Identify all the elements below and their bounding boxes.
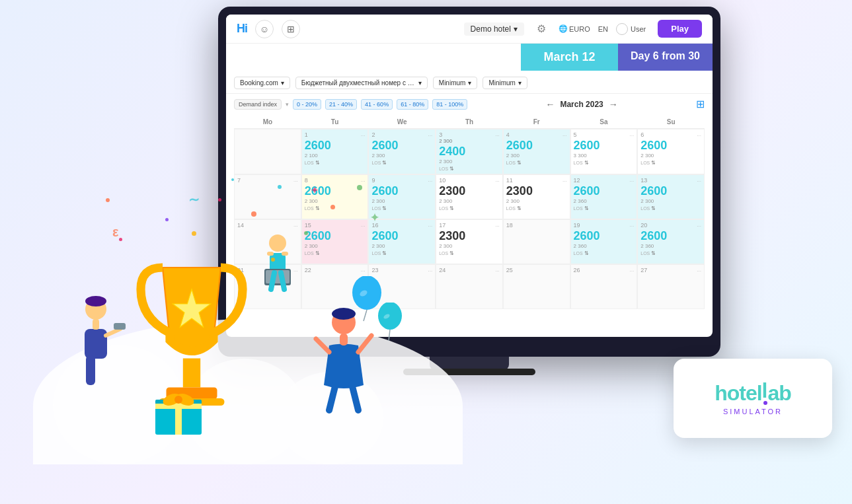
play-button[interactable]: Play [658, 20, 702, 38]
range-81-100[interactable]: 81 - 100% [432, 99, 467, 110]
day-header-sa: Sa [570, 116, 638, 128]
smiley-icon[interactable]: ☺ [255, 20, 274, 38]
source-filter[interactable]: Booking.com ▾ [234, 77, 290, 89]
calendar-header: Mo Tu We Th Fr Sa Su [234, 116, 705, 129]
confetti-dot [251, 211, 256, 217]
confetti-dot [357, 185, 362, 190]
svg-rect-1 [183, 359, 200, 388]
svg-line-8 [106, 329, 120, 336]
hotellab-card: hotel l ab SIMULATOR [674, 359, 832, 438]
person-left-illustration [66, 293, 126, 398]
next-month-arrow[interactable]: → [609, 99, 618, 110]
sitting-person-illustration [251, 233, 304, 299]
language-selector[interactable]: EN [598, 25, 608, 33]
table-row[interactable]: 19 ... 2600 2 360 LOS⇅ [570, 219, 638, 264]
table-row[interactable]: 2 ... 2600 2 300 LOS⇅ [368, 129, 436, 174]
svg-line-13 [316, 339, 329, 352]
grid-layout-icon[interactable]: ⊞ [696, 98, 705, 110]
table-row[interactable]: 3 ... 2 300 2400 2 300 LOS⇅ [436, 129, 503, 174]
settings-icon[interactable]: ⊞ [282, 20, 300, 38]
svg-rect-20 [267, 252, 274, 256]
day-header-mo: Mo [234, 116, 301, 128]
confetti-dot [330, 205, 335, 209]
svg-line-37 [389, 330, 390, 341]
filter-bar: Booking.com ▾ Бюджетный двухместный номе… [226, 73, 713, 94]
table-row[interactable]: 6 ... 2600 2 300 LOS⇅ [637, 129, 705, 174]
table-row[interactable]: 4 ... 2600 2 300 LOS⇅ [503, 129, 570, 174]
svg-rect-23 [266, 270, 290, 283]
svg-rect-6 [85, 329, 107, 359]
hotellab-simulator-text: SIMULATOR [723, 408, 783, 415]
table-row[interactable]: 16 ... 2600 2 300 LOS⇅ [368, 219, 436, 264]
confetti-dot [278, 185, 282, 189]
table-row: 26... [570, 264, 638, 309]
table-row[interactable]: 8 ... 2600 2 300 LOS⇅ [301, 174, 369, 219]
confetti-dot [119, 238, 122, 241]
day-progress: Day 6 from 30 [618, 44, 713, 71]
table-row[interactable]: 15 ... 2600 2 300 LOS⇅ [301, 219, 369, 264]
svg-rect-10 [93, 319, 99, 330]
user-menu[interactable]: User [616, 23, 646, 35]
demo-hotel-selector[interactable]: Demo hotel ▾ [464, 22, 524, 36]
day-header-th: Th [436, 116, 503, 128]
svg-rect-7 [86, 355, 95, 385]
prev-month-arrow[interactable]: ← [545, 99, 555, 110]
svg-rect-17 [340, 334, 348, 345]
hotellab-logo: hotel l ab [715, 381, 791, 406]
currency-selector[interactable]: 🌐EURO [559, 24, 590, 33]
month-nav: ← March 2023 → [545, 99, 617, 110]
gear-icon[interactable]: ⚙ [532, 20, 551, 38]
table-row[interactable]: 20 ... 2600 2 360 LOS⇅ [637, 219, 705, 264]
demand-index-btn[interactable]: Demand index [234, 99, 282, 110]
table-row[interactable]: 13 ... 2600 2 300 LOS⇅ [637, 174, 705, 219]
svg-rect-9 [114, 323, 126, 330]
range-61-80[interactable]: 61 - 80% [397, 99, 428, 110]
room-type-filter[interactable]: Бюджетный двухместный номер с 1кроватью(… [295, 77, 428, 89]
chevron-down-icon: ▾ [468, 79, 471, 87]
svg-point-5 [85, 296, 106, 306]
range-41-60[interactable]: 41 - 60% [361, 99, 393, 110]
table-row[interactable]: 17 ... 2300 2 300 LOS⇅ [436, 219, 503, 264]
confetti-dot [218, 198, 221, 201]
monitor-frame: Hi ☺ ⊞ Demo hotel ▾ ⚙ 🌐EURO EN User Play… [218, 7, 720, 357]
day-header-su: Su [637, 116, 705, 128]
day-header-fr: Fr [503, 116, 570, 128]
svg-point-36 [378, 303, 402, 330]
table-row[interactable]: 12 ... 2600 2 360 LOS⇅ [570, 174, 638, 219]
svg-rect-21 [282, 252, 288, 256]
hotellab-dot-icon [763, 401, 767, 405]
gift-box-illustration [152, 385, 205, 438]
rate-plan-filter[interactable]: Minimum ▾ [433, 77, 478, 89]
chevron-down-icon: ▾ [514, 24, 518, 34]
confetti-dot [304, 231, 308, 235]
svg-line-24 [271, 273, 274, 289]
table-row[interactable]: 11 ... 2300 2 300 LOS⇅ [503, 174, 570, 219]
svg-rect-29 [155, 404, 202, 409]
calendar-body: 1 ... 2600 2 100 LOS⇅ 2 ... 2600 2 300 L… [234, 129, 705, 309]
chevron-down-icon: ▾ [281, 79, 284, 87]
user-avatar [616, 23, 628, 35]
demand-controls: Demand index ▾ 0 - 20% 21 - 40% 41 - 60%… [234, 98, 705, 110]
svg-line-25 [281, 273, 284, 289]
app-header: Hi ☺ ⊞ Demo hotel ▾ ⚙ 🌐EURO EN User Play [226, 15, 713, 44]
confetti-dot [165, 218, 169, 221]
range-0-20[interactable]: 0 - 20% [293, 99, 321, 110]
svg-point-32 [174, 396, 182, 404]
squiggle-decoration: ε [112, 225, 119, 240]
chevron-down-icon: ▾ [418, 79, 422, 87]
chevron-down-icon: ▾ [518, 79, 522, 87]
svg-line-14 [358, 336, 371, 352]
table-row[interactable]: 1 ... 2600 2 100 LOS⇅ [301, 129, 369, 174]
table-row[interactable]: 10 ... 2300 2 300 LOS⇅ [436, 174, 503, 219]
app-logo: Hi [237, 22, 247, 36]
table-row: 25 [503, 264, 570, 309]
current-date: March 12 [521, 44, 618, 71]
occupancy-filter[interactable]: Minimum ▾ [483, 77, 527, 89]
range-21-40[interactable]: 21 - 40% [325, 99, 357, 110]
table-row[interactable]: 5 ... 2600 3 300 LOS⇅ [570, 129, 638, 174]
confetti-dot [271, 258, 275, 262]
svg-point-18 [269, 234, 286, 252]
day-header-tu: Tu [301, 116, 369, 128]
table-row: 27... [637, 264, 705, 309]
squiggle-decoration-4: ✦ [311, 185, 319, 196]
